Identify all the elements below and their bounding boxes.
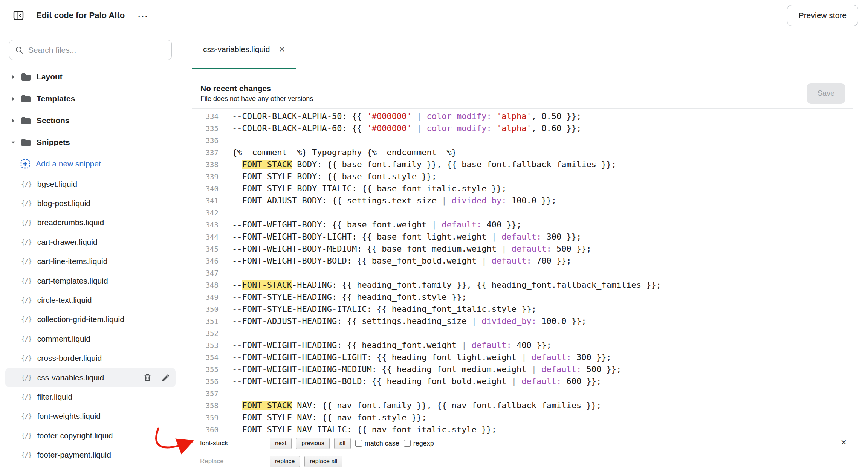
sidebar-folder-sections[interactable]: Sections [0, 110, 181, 131]
more-actions-button[interactable]: ... [135, 10, 150, 21]
code-line[interactable]: 336 [192, 134, 853, 146]
match-case-label: match case [365, 439, 399, 447]
sidebar-file-breadcrumbs-liquid[interactable]: {/}breadcrumbs.liquid [0, 213, 181, 232]
find-all-button[interactable]: all [334, 438, 351, 449]
line-number: 355 [192, 363, 219, 375]
sidebar-file-font-weights-liquid[interactable]: {/}font-weights.liquid [0, 407, 181, 426]
regexp-option[interactable]: regexp [404, 439, 434, 447]
code-line[interactable]: 353--FONT-WEIGHT-HEADING: {{ heading_fon… [192, 339, 853, 351]
sidebar-folder-snippets[interactable]: Snippets [0, 131, 181, 153]
dialog-close-icon[interactable]: × [841, 437, 847, 447]
tab-bar: css-variables.liquid × [181, 31, 868, 69]
replace-all-button[interactable]: replace all [304, 456, 342, 467]
code-line[interactable]: 351--FONT-ADJUST-HEADING: {{ settings.he… [192, 315, 853, 327]
code-line[interactable]: 352 [192, 327, 853, 339]
code-line[interactable]: 350--FONT-STYLE-HEADING-ITALIC: {{ headi… [192, 303, 853, 315]
editor-panel: No recent changes File does not have any… [192, 78, 853, 470]
tab-css-variables[interactable]: css-variables.liquid × [192, 31, 296, 69]
code-line[interactable]: 359--FONT-STYLE-NAV: {{ nav_font.style }… [192, 412, 853, 424]
code-line[interactable]: 334--COLOR-BLACK-ALPHA-50: {{ '#000000' … [192, 110, 853, 122]
file-name: cart-templates.liquid [37, 276, 108, 285]
sidebar-file-css-variables-liquid[interactable]: {/}css-variables.liquid [5, 368, 176, 387]
sidebar-file-cart-line-items-liquid[interactable]: {/}cart-line-items.liquid [0, 252, 181, 271]
search-input[interactable] [28, 46, 166, 55]
sidebar-file-cart-drawer-liquid[interactable]: {/}cart-drawer.liquid [0, 232, 181, 252]
code-text: --FONT-WEIGHT-HEADING-BOLD: {{ heading_f… [219, 375, 601, 388]
file-name: circle-text.liquid [37, 296, 92, 305]
search-query-input[interactable] [197, 438, 265, 449]
code-text [219, 388, 232, 400]
file-sidebar: LayoutTemplatesSectionsSnippetsAdd a new… [0, 31, 181, 470]
sidebar-file-comment-liquid[interactable]: {/}comment.liquid [0, 329, 181, 348]
code-line[interactable]: 349--FONT-STYLE-HEADING: {{ heading_font… [192, 291, 853, 303]
match-case-option[interactable]: match case [355, 439, 399, 447]
file-icon: {/} [21, 296, 32, 304]
code-text: --FONT-STYLE-NAV-ITALIC: {{ nav_font_ita… [219, 424, 497, 434]
code-line[interactable]: 335--COLOR-BLACK-ALPHA-60: {{ '#000000' … [192, 122, 853, 134]
add-snippet-label: Add a new snippet [36, 159, 101, 168]
code-line[interactable]: 347 [192, 267, 853, 279]
line-number: 360 [192, 424, 219, 434]
file-name: filter.liquid [37, 392, 72, 401]
preview-store-button[interactable]: Preview store [787, 5, 858, 26]
code-line[interactable]: 355--FONT-WEIGHT-HEADING-MEDIUM: {{ head… [192, 363, 853, 375]
code-line[interactable]: 345--FONT-WEIGHT-BODY-MEDIUM: {{ base_fo… [192, 243, 853, 255]
file-search-box[interactable] [9, 40, 172, 60]
top-bar: Edit code for Palo Alto ... Preview stor… [0, 0, 868, 31]
code-line[interactable]: 356--FONT-WEIGHT-HEADING-BOLD: {{ headin… [192, 375, 853, 388]
code-line[interactable]: 346--FONT-WEIGHT-BODY-BOLD: {{ base_font… [192, 255, 853, 267]
add-new-snippet-button[interactable]: Add a new snippet [0, 153, 181, 174]
code-line[interactable]: 338--FONT-STACK-BODY: {{ base_font.famil… [192, 159, 853, 171]
delete-icon[interactable] [143, 373, 152, 382]
code-line[interactable]: 354--FONT-WEIGHT-HEADING-LIGHT: {{ headi… [192, 351, 853, 363]
match-case-checkbox[interactable] [355, 440, 362, 447]
edit-icon[interactable] [161, 373, 170, 382]
line-number: 338 [192, 159, 219, 171]
code-line[interactable]: 343--FONT-WEIGHT-BODY: {{ base_font.weig… [192, 219, 853, 231]
code-line[interactable]: 337{%- comment -%} Typography {%- endcom… [192, 146, 853, 159]
file-tree: LayoutTemplatesSectionsSnippetsAdd a new… [0, 64, 181, 470]
folder-label: Templates [37, 94, 75, 103]
code-line[interactable]: 344--FONT-WEIGHT-BODY-LIGHT: {{ base_fon… [192, 231, 853, 243]
sidebar-file-filter-liquid[interactable]: {/}filter.liquid [0, 387, 181, 406]
code-line[interactable]: 339--FONT-STYLE-BODY: {{ base_font.style… [192, 171, 853, 183]
sidebar-file-cart-templates-liquid[interactable]: {/}cart-templates.liquid [0, 271, 181, 290]
code-line[interactable]: 358--FONT-STACK-NAV: {{ nav_font.family … [192, 400, 853, 412]
sidebar-file-bgset-liquid[interactable]: {/}bgset.liquid [0, 174, 181, 194]
code-line[interactable]: 340--FONT-STYLE-BODY-ITALIC: {{ base_fon… [192, 183, 853, 195]
file-icon: {/} [21, 354, 32, 362]
code-line[interactable]: 357 [192, 388, 853, 400]
line-number: 341 [192, 195, 219, 207]
line-number: 356 [192, 375, 219, 388]
file-name: css-variables.liquid [37, 373, 104, 382]
code-line[interactable]: 348--FONT-STACK-HEADING: {{ heading_font… [192, 279, 853, 291]
find-previous-button[interactable]: previous [296, 438, 329, 449]
regexp-checkbox[interactable] [404, 440, 411, 447]
sidebar-folder-templates[interactable]: Templates [0, 88, 181, 110]
code-text: --FONT-WEIGHT-BODY-LIGHT: {{ base_font_l… [219, 231, 581, 243]
sidebar-file-footer-payment-liquid[interactable]: {/}footer-payment.liquid [0, 445, 181, 464]
sidebar-file-cross-border-liquid[interactable]: {/}cross-border.liquid [0, 349, 181, 368]
folder-icon [21, 95, 31, 103]
code-text: --FONT-ADJUST-HEADING: {{ settings.headi… [219, 315, 586, 327]
replace-input[interactable] [197, 456, 265, 467]
code-editor[interactable]: 334--COLOR-BLACK-ALPHA-50: {{ '#000000' … [192, 109, 853, 434]
search-match-highlight: FONT-STACK [242, 401, 292, 410]
tab-close-icon[interactable]: × [279, 44, 285, 55]
file-name: blog-post.liquid [37, 199, 90, 208]
code-line[interactable]: 341--FONT-ADJUST-BODY: {{ settings.text_… [192, 195, 853, 207]
find-next-button[interactable]: next [270, 438, 292, 449]
replace-button[interactable]: replace [270, 456, 300, 467]
code-line[interactable]: 360--FONT-STYLE-NAV-ITALIC: {{ nav_font_… [192, 424, 853, 434]
sidebar-file-circle-text-liquid[interactable]: {/}circle-text.liquid [0, 290, 181, 310]
sidebar-file-collection-grid-item-liquid[interactable]: {/}collection-grid-item.liquid [0, 310, 181, 329]
file-icon: {/} [21, 219, 32, 226]
sidebar-file-partial[interactable]: {/} [0, 465, 181, 470]
collapse-sidebar-button[interactable] [10, 7, 27, 24]
save-button[interactable]: Save [807, 83, 845, 104]
sidebar-file-footer-copyright-liquid[interactable]: {/}footer-copyright.liquid [0, 426, 181, 445]
sidebar-folder-layout[interactable]: Layout [0, 66, 181, 88]
sidebar-file-blog-post-liquid[interactable]: {/}blog-post.liquid [0, 194, 181, 213]
chevron-right-icon [11, 74, 16, 80]
code-line[interactable]: 342 [192, 207, 853, 219]
